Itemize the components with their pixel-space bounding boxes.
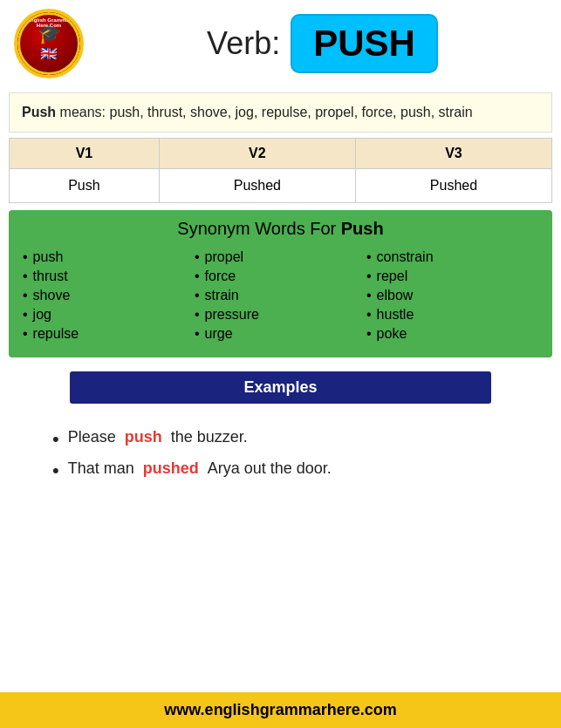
list-item: shove [23,286,195,305]
list-item: push [23,248,195,267]
list-item: elbow [366,286,538,305]
list-item: urge [195,324,366,344]
logo-ring [17,12,80,75]
footer: www.englishgrammarhere.com [0,692,561,728]
example-1-highlight: push [125,428,162,446]
meaning-text: Push means: push, thrust, shove, jog, re… [22,102,539,123]
list-item: force [195,267,366,286]
table-header-row: V1 V2 V3 [10,139,552,169]
verb-title-area: Verb: PUSH [98,14,547,73]
synonym-title-start: Synonym Words For [177,219,340,238]
synonym-section: Synonym Words For Push push thrust shove… [9,210,552,357]
list-item: jog [23,305,195,324]
logo: English GrammarHere.Com 🎓 🇬🇧 [14,9,84,78]
examples-header-text: Examples [243,378,317,396]
footer-url: www.englishgrammarhere.com [164,701,396,718]
col-v2: V2 [159,139,355,169]
example-item-1: Please push the buzzer. [52,428,509,451]
form-v1: Push [10,169,160,203]
example-2-after: Arya out the door. [208,459,332,478]
list-item: repulse [23,324,195,344]
example-item-2: That man pushed Arya out the door. [52,459,509,482]
list-item: repel [366,267,538,286]
list-item: thrust [23,267,195,286]
meaning-rest: means: push, thrust, shove, jog, repulse… [56,105,473,119]
table-row: Push Pushed Pushed [10,169,552,203]
header: English GrammarHere.Com 🎓 🇬🇧 Verb: PUSH [0,0,561,87]
list-item: strain [195,286,366,305]
synonym-col-3: constrain repel elbow hustle poke [366,248,538,344]
example-2-highlight: pushed [143,459,199,478]
examples-header: Examples [70,371,491,404]
form-v3: Pushed [355,169,551,203]
synonym-title: Synonym Words For Push [23,219,538,239]
example-2-before: That man [68,459,134,478]
list-item: constrain [366,248,538,267]
verb-label: Verb: [207,25,280,62]
example-1-after: the buzzer. [171,428,248,446]
synonym-title-bold: Push [341,219,384,238]
list-item: propel [195,248,366,267]
meaning-bold-word: Push [22,105,56,119]
verb-word-box: PUSH [291,14,438,73]
examples-list: Please push the buzzer. That man pushed … [0,411,561,500]
col-v1: V1 [10,139,160,169]
list-item: poke [366,324,538,344]
synonym-col-1: push thrust shove jog repulse [23,248,195,344]
verb-forms-table: V1 V2 V3 Push Pushed Pushed [9,138,552,203]
synonym-col-2: propel force strain pressure urge [195,248,366,344]
logo-inner: English GrammarHere.Com 🎓 🇬🇧 [17,12,80,75]
form-v2: Pushed [159,169,355,203]
col-v3: V3 [355,139,551,169]
list-item: hustle [366,305,538,324]
list-item: pressure [195,305,366,324]
meaning-section: Push means: push, thrust, shove, jog, re… [9,92,552,133]
synonym-columns: push thrust shove jog repulse propel for… [23,248,538,344]
example-1-before: Please [68,428,116,446]
